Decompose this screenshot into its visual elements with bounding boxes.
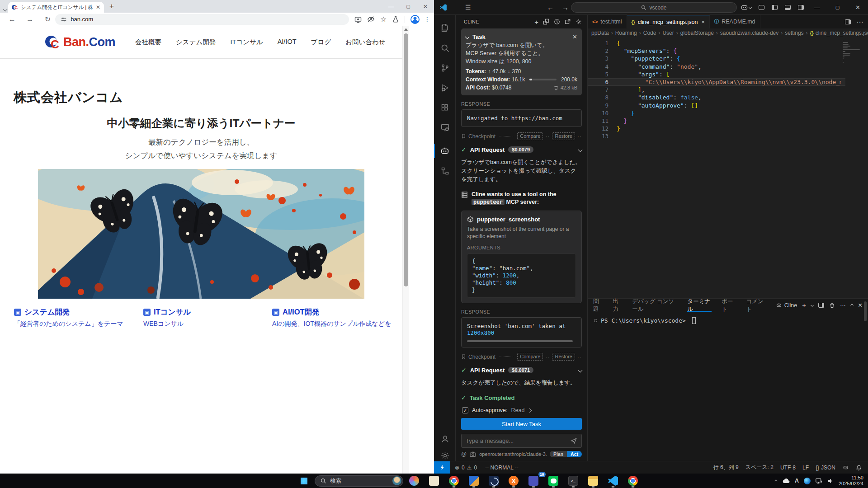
ime-indicator[interactable]: A xyxy=(795,478,799,484)
url-text[interactable]: ban.com xyxy=(71,16,93,23)
site-nav-item[interactable]: システム開発 xyxy=(176,38,216,47)
taskbar-app-button[interactable] xyxy=(425,474,443,488)
address-bar[interactable]: ban.com xyxy=(55,14,349,25)
cline-settings-icon[interactable] xyxy=(576,19,582,25)
taskbar-app-button[interactable] xyxy=(485,474,503,488)
chevron-down-icon[interactable] xyxy=(578,368,583,372)
context-at-icon[interactable]: @ xyxy=(461,451,467,457)
scrollbar-thumb[interactable] xyxy=(404,33,408,286)
model-name[interactable]: openrouter:anthropic/claude-3.5-sonnet xyxy=(479,451,547,457)
hidden-icons-chevron[interactable] xyxy=(774,479,778,482)
taskbar-app-button[interactable]: X xyxy=(505,474,523,488)
code-content[interactable]: { "mcpServers": { "puppeteer": { "comman… xyxy=(617,39,841,140)
taskbar-app-button[interactable] xyxy=(544,474,562,488)
site-nav-item[interactable]: ITコンサル xyxy=(230,38,263,47)
page-scrollbar[interactable] xyxy=(402,26,409,474)
code-editor[interactable]: 12345678910111213 { "mcpServers": { "pup… xyxy=(588,38,868,298)
trash-icon[interactable] xyxy=(553,85,559,91)
feature-title[interactable]: ITコンサル xyxy=(154,307,191,317)
taskbar-app-button[interactable] xyxy=(624,474,642,488)
copilot-menu-icon[interactable] xyxy=(741,5,751,10)
scrollbar-up-arrow[interactable] xyxy=(404,28,408,31)
source-control-icon[interactable] xyxy=(434,59,456,77)
volume-icon[interactable] xyxy=(827,478,834,484)
new-tab-button[interactable]: + xyxy=(109,2,114,11)
panel-tab[interactable]: 問題 xyxy=(593,299,603,312)
tab-close-icon[interactable]: ✕ xyxy=(96,4,100,10)
editor-tab[interactable]: {} cline_mcp_settings.json × xyxy=(627,15,710,28)
run-debug-icon[interactable] xyxy=(434,79,456,97)
vim-mode-status[interactable]: -- NORMAL -- xyxy=(485,465,519,471)
start-new-task-button[interactable]: Start New Task xyxy=(461,418,582,430)
bookmark-star-icon[interactable]: ☆ xyxy=(380,15,387,23)
history-icon[interactable] xyxy=(554,19,560,25)
restore-button[interactable]: Restore xyxy=(552,132,575,140)
forward-icon[interactable]: → xyxy=(24,15,35,23)
browser-tab[interactable]: C システム開発とITコンサル | 株式会... ✕ xyxy=(8,2,104,13)
reload-icon[interactable]: ↻ xyxy=(42,15,53,23)
taskbar-app-button[interactable] xyxy=(445,474,463,488)
remote-indicator[interactable] xyxy=(434,461,450,474)
taskbar-app-button[interactable]: >_ xyxy=(564,474,582,488)
indentation-status[interactable]: スペース: 2 xyxy=(745,464,774,471)
editor-more-actions-icon[interactable]: ⋯ xyxy=(856,18,863,26)
breadcrumb-item[interactable]: saoudrizwan.claude-dev xyxy=(714,30,778,36)
auto-approve-row[interactable]: ✓ Auto-approve: Read xyxy=(462,407,581,413)
breadcrumb-item[interactable]: {}cline_mcp_settings.json xyxy=(804,30,868,36)
extensions-icon[interactable] xyxy=(434,99,456,117)
history-back-icon[interactable]: ← xyxy=(547,4,554,11)
terminal-scrollbar[interactable] xyxy=(864,301,867,321)
split-editor-icon[interactable] xyxy=(845,19,851,24)
editor-tab[interactable]: ⓘ README.md xyxy=(710,15,760,28)
site-nav-item[interactable]: 会社概要 xyxy=(135,38,161,47)
chevron-down-icon[interactable] xyxy=(578,147,583,152)
close-panel-icon[interactable]: ✕ xyxy=(858,302,863,309)
plan-toggle[interactable]: Plan xyxy=(550,451,567,457)
editor-tab[interactable]: <> test.html xyxy=(588,15,627,28)
response-hscrollbar[interactable] xyxy=(467,340,573,342)
back-icon[interactable]: ← xyxy=(6,15,18,23)
site-nav-item[interactable]: お問い合わせ xyxy=(345,38,385,47)
tab-search-icon[interactable] xyxy=(4,5,7,13)
restore-button[interactable]: Restore xyxy=(552,353,575,361)
plan-act-toggle[interactable]: Plan Act xyxy=(550,451,582,457)
browser-maximize-button[interactable]: ▢ xyxy=(400,0,417,13)
breadcrumb-item[interactable]: settings xyxy=(778,30,803,36)
password-eye-off-icon[interactable] xyxy=(367,15,375,23)
onedrive-cloud-icon[interactable] xyxy=(782,478,790,483)
mcp-servers-icon[interactable] xyxy=(543,19,549,25)
vscode-minimize-button[interactable]: — xyxy=(807,0,827,15)
breadcrumb-item[interactable]: globalStorage xyxy=(674,30,714,36)
cursor-position-status[interactable]: 行 6、列 9 xyxy=(713,464,739,471)
new-task-icon[interactable]: + xyxy=(534,18,538,26)
compare-button[interactable]: Compare xyxy=(517,132,543,140)
copilot-status-icon[interactable] xyxy=(842,465,849,470)
screenshot-camera-icon[interactable] xyxy=(470,451,476,457)
profile-avatar[interactable] xyxy=(410,15,420,24)
feature-description[interactable]: AIの開発、IOT機器のサンプル作成などを xyxy=(272,320,401,328)
new-terminal-icon[interactable]: + xyxy=(802,301,806,309)
site-nav-item[interactable]: ブログ xyxy=(311,38,331,47)
taskbar-app-button[interactable] xyxy=(604,474,622,488)
flow-extension-icon[interactable] xyxy=(434,162,456,180)
history-forward-icon[interactable]: → xyxy=(562,4,569,11)
panel-tab[interactable]: ターミナル xyxy=(687,299,712,312)
taskbar-app-button[interactable] xyxy=(465,474,483,488)
browser-close-button[interactable]: ✕ xyxy=(417,0,434,13)
panel-tab[interactable]: ポート xyxy=(722,299,736,312)
cline-message-input[interactable] xyxy=(466,437,571,444)
notifications-bell-icon[interactable] xyxy=(856,465,862,471)
breadcrumb[interactable]: ppDataRoamingCodeUserglobalStoragesaoudr… xyxy=(588,28,868,38)
problems-status[interactable]: ⊗0 ⚠0 xyxy=(455,465,477,471)
breadcrumb-item[interactable]: Roaming xyxy=(609,30,637,36)
feature-description[interactable]: 「経営者のためのシステム」をテーマ xyxy=(14,320,143,328)
browser-tray-icon[interactable] xyxy=(804,478,811,484)
minimap[interactable] xyxy=(843,40,861,64)
language-status[interactable]: {}JSON xyxy=(816,465,835,471)
terminal-dropdown-icon[interactable] xyxy=(811,304,814,307)
open-in-editor-icon[interactable] xyxy=(565,19,571,25)
install-app-icon[interactable] xyxy=(354,16,362,23)
explorer-icon[interactable] xyxy=(434,19,456,37)
customize-layout-icon[interactable] xyxy=(759,5,764,10)
api-request-row[interactable]: ✓ API Request $0.0079 xyxy=(461,146,582,153)
